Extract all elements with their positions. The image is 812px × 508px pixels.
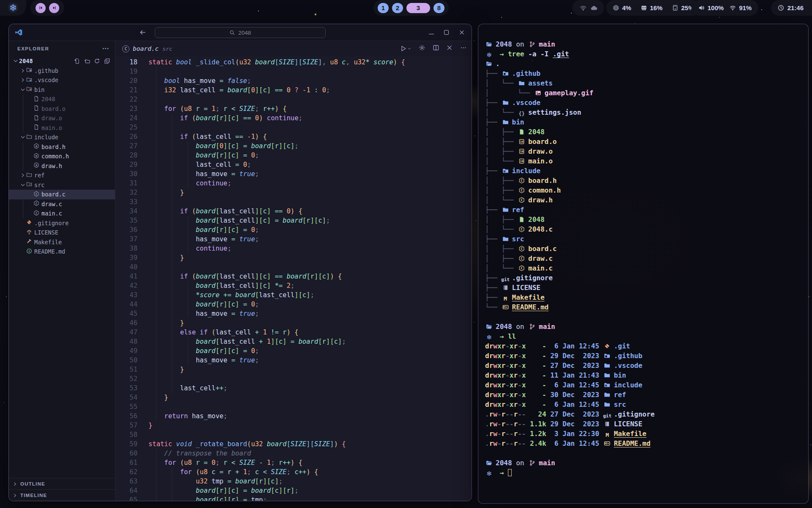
- explorer-item-draw.c[interactable]: Cdraw.c: [9, 199, 115, 209]
- explorer-item-main.o[interactable]: main.o: [9, 123, 115, 133]
- code-line-44[interactable]: 44 board[r][c] = 0;: [115, 300, 472, 309]
- code-line-41[interactable]: 41 if (board[last_cell][c] == board[r][c…: [115, 272, 472, 281]
- explorer-item-ref[interactable]: ref: [9, 171, 115, 180]
- code-line-20[interactable]: 20 bool has_move = false;: [115, 76, 472, 86]
- code-line-19[interactable]: 19: [115, 67, 472, 76]
- explorer-item-board.o[interactable]: board.o: [9, 104, 115, 114]
- vscode-titlebar[interactable]: 2048: [9, 24, 472, 41]
- explorer-item-include[interactable]: include: [9, 133, 115, 142]
- code-line-40[interactable]: 40: [115, 262, 472, 272]
- code-line-56[interactable]: 56 return has_move;: [115, 411, 472, 421]
- collapse-folders-icon[interactable]: [104, 58, 110, 64]
- explorer-item-draw.h[interactable]: Hdraw.h: [9, 161, 115, 171]
- code-line-65[interactable]: 65 board[c][r] = tmp;: [115, 495, 472, 501]
- code-line-31[interactable]: 31 continue;: [115, 179, 472, 188]
- split-editor-button[interactable]: [433, 44, 439, 53]
- code-line-32[interactable]: 32 }: [115, 188, 472, 197]
- code-line-58[interactable]: 58: [115, 430, 472, 439]
- explorer-item-.github[interactable]: .github: [9, 66, 115, 76]
- code-line-23[interactable]: 23 for (u8 r = 1; r < SIZE; r++) {: [115, 104, 472, 113]
- code-line-46[interactable]: 46 }: [115, 318, 472, 328]
- code-line-57[interactable]: 57}: [115, 421, 472, 430]
- code-line-43[interactable]: 43 *score += board[last_cell][c];: [115, 290, 472, 300]
- explorer-item-LICENSE[interactable]: LICENSE: [9, 228, 115, 237]
- code-line-25[interactable]: 25: [115, 123, 472, 132]
- more-actions-button[interactable]: [460, 44, 467, 53]
- code-line-34[interactable]: 34 if (board[last_cell][c] == 0) {: [115, 207, 472, 216]
- explorer-item-bin[interactable]: bin: [9, 85, 115, 95]
- close-button[interactable]: [446, 44, 453, 53]
- code-line-24[interactable]: 24 if (board[r][c] == 0) continue;: [115, 113, 472, 123]
- code-line-47[interactable]: 47 else if (last_cell + 1 != r) {: [115, 328, 472, 337]
- code-line-37[interactable]: 37 has_move = true;: [115, 235, 472, 244]
- workspace-3[interactable]: 3: [406, 3, 430, 13]
- workspace-1[interactable]: 1: [378, 3, 389, 13]
- refresh-icon[interactable]: [94, 58, 100, 64]
- code-line-26[interactable]: 26 if (last_cell == -1) {: [115, 132, 472, 141]
- skip-back-button[interactable]: [36, 3, 46, 13]
- explorer-item-2048[interactable]: 2048: [9, 94, 115, 104]
- code-line-55[interactable]: 55: [115, 402, 472, 411]
- navigate-back-button[interactable]: [139, 29, 146, 36]
- audio-network-module[interactable]: 100% 91%: [691, 0, 758, 16]
- code-line-54[interactable]: 54 }: [115, 393, 472, 402]
- code-line-35[interactable]: 35 board[last_cell][c] = board[r][c];: [115, 216, 472, 225]
- new-file-icon[interactable]: [74, 58, 80, 64]
- code-line-59[interactable]: 59static void _rotate_board(u32 board[SI…: [115, 439, 472, 449]
- explorer-item-.gitignore[interactable]: .gitignore: [9, 218, 115, 228]
- explorer-item-2048[interactable]: 2048: [9, 56, 115, 66]
- explorer-item-main.c[interactable]: Cmain.c: [9, 209, 115, 218]
- sidebar-section-timeline[interactable]: TIMELINE: [9, 489, 115, 501]
- code-line-27[interactable]: 27 board[0][c] = board[r][c];: [115, 141, 472, 151]
- code-line-38[interactable]: 38 continue;: [115, 244, 472, 253]
- code-line-45[interactable]: 45 has_move = true;: [115, 309, 472, 318]
- explorer-item-draw.o[interactable]: draw.o: [9, 113, 115, 123]
- explorer-item-Makefile[interactable]: Makefile: [9, 237, 115, 247]
- code-line-52[interactable]: 52: [115, 374, 472, 384]
- code-line-62[interactable]: 62 for (u8 c = r + 1; c < SIZE; c++) {: [115, 467, 472, 477]
- code-line-18[interactable]: 18static bool _slide_col(u32 board[SIZE]…: [115, 58, 472, 67]
- code-line-33[interactable]: 33: [115, 197, 472, 207]
- maximize-button[interactable]: [444, 30, 449, 35]
- code-line-28[interactable]: 28 board[r][c] = 0;: [115, 151, 472, 160]
- explorer-more-actions-icon[interactable]: ···: [102, 45, 109, 52]
- code-line-51[interactable]: 51 }: [115, 365, 472, 374]
- new-folder-icon[interactable]: [84, 58, 91, 64]
- terminal-window[interactable]: 2048 on main❄ → tree -a -I .git.├── .git…: [478, 24, 809, 504]
- code-line-53[interactable]: 53 last_cell++;: [115, 384, 472, 393]
- code-line-49[interactable]: 49 board[r][c] = 0;: [115, 346, 472, 356]
- code-line-61[interactable]: 61 for (u8 r = 0; r < SIZE - 1; r++) {: [115, 458, 472, 467]
- code-line-39[interactable]: 39 }: [115, 253, 472, 262]
- explorer-item-board.c[interactable]: Cboard.c: [9, 190, 115, 199]
- code-line-48[interactable]: 48 board[last_cell + 1][c] = board[r][c]…: [115, 337, 472, 346]
- system-stats-module[interactable]: 4% 16% 25%: [606, 0, 701, 16]
- code-line-50[interactable]: 50 has_move = true;: [115, 356, 472, 365]
- code-line-30[interactable]: 30 has_move = true;: [115, 169, 472, 179]
- run-button[interactable]: [400, 45, 412, 52]
- code-line-42[interactable]: 42 board[last_cell][c] *= 2;: [115, 281, 472, 290]
- settings-gear-button[interactable]: [419, 44, 425, 53]
- explorer-item-README.md[interactable]: README.md: [9, 247, 115, 257]
- tab-file-name[interactable]: board.c: [133, 45, 159, 52]
- code-line-21[interactable]: 21 i32 last_cell = board[0][c] == 0 ? -1…: [115, 86, 472, 95]
- minimize-button[interactable]: [429, 31, 434, 34]
- command-center-search[interactable]: 2048: [155, 27, 326, 38]
- skip-forward-button[interactable]: [49, 3, 59, 13]
- code-line-64[interactable]: 64 board[r][c] = board[c][r];: [115, 486, 472, 495]
- launcher-button[interactable]: ❄: [0, 0, 26, 16]
- explorer-item-.vscode[interactable]: .vscode: [9, 75, 115, 85]
- close-window-button[interactable]: [459, 30, 465, 36]
- code-line-63[interactable]: 63 u32 tmp = board[r][c];: [115, 477, 472, 486]
- status-icons-module[interactable]: [572, 0, 604, 16]
- explorer-item-src[interactable]: src: [9, 180, 115, 190]
- code-line-22[interactable]: 22: [115, 95, 472, 104]
- explorer-item-board.h[interactable]: Hboard.h: [9, 142, 115, 152]
- workspace-2[interactable]: 2: [392, 3, 403, 13]
- explorer-item-common.h[interactable]: Hcommon.h: [9, 152, 115, 161]
- code-line-29[interactable]: 29 last_cell = 0;: [115, 160, 472, 169]
- code-editor[interactable]: 18static bool _slide_col(u32 board[SIZE]…: [115, 56, 472, 501]
- code-line-36[interactable]: 36 board[r][c] = 0;: [115, 225, 472, 235]
- sidebar-section-outline[interactable]: OUTLINE: [9, 478, 115, 489]
- code-line-60[interactable]: 60 // transpose the board: [115, 449, 472, 458]
- workspace-8[interactable]: 8: [433, 3, 444, 13]
